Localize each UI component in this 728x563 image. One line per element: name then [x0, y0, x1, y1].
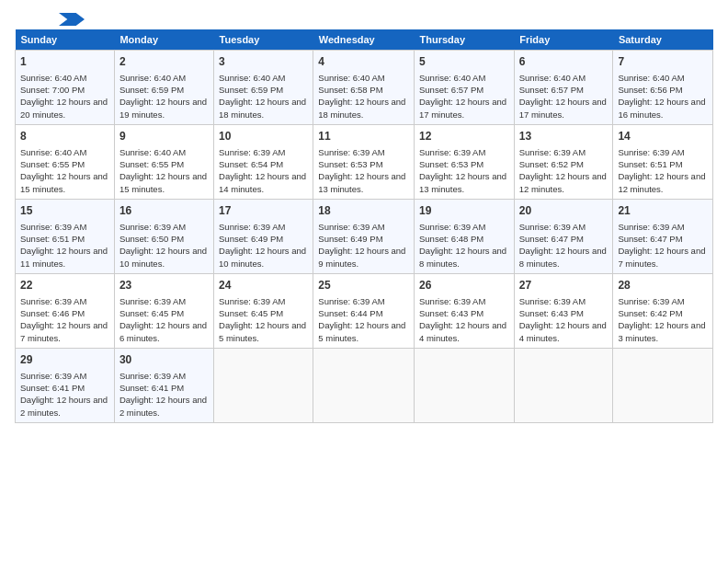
day-number: 17: [219, 203, 308, 219]
sunset-text: Sunset: 6:41 PM: [119, 383, 184, 393]
sunrise-text: Sunrise: 6:39 AM: [519, 147, 586, 157]
day-number: 20: [519, 203, 609, 219]
day-number: 5: [419, 54, 509, 70]
col-header-tuesday: Tuesday: [214, 29, 313, 51]
calendar-cell: 18Sunrise: 6:39 AMSunset: 6:49 PMDayligh…: [313, 199, 415, 273]
calendar-cell: 15Sunrise: 6:39 AMSunset: 6:51 PMDayligh…: [16, 199, 115, 273]
calendar-cell: 30Sunrise: 6:39 AMSunset: 6:41 PMDayligh…: [114, 348, 213, 422]
day-number: 9: [119, 129, 209, 144]
sunrise-text: Sunrise: 6:40 AM: [20, 147, 86, 157]
day-number: 1: [20, 54, 109, 70]
calendar-cell: 4Sunrise: 6:40 AMSunset: 6:58 PMDaylight…: [313, 51, 415, 125]
daylight-text: Daylight: 12 hours and 20 minutes.: [20, 97, 108, 119]
calendar-cell: 29Sunrise: 6:39 AMSunset: 6:41 PMDayligh…: [16, 348, 115, 422]
sunset-text: Sunset: 6:48 PM: [419, 234, 483, 244]
sunset-text: Sunset: 6:44 PM: [318, 308, 382, 318]
sunrise-text: Sunrise: 6:39 AM: [419, 147, 485, 157]
sunset-text: Sunset: 6:53 PM: [419, 159, 483, 169]
sunrise-text: Sunrise: 6:39 AM: [20, 222, 86, 232]
sunset-text: Sunset: 6:53 PM: [318, 159, 382, 169]
calendar-cell: 7Sunrise: 6:40 AMSunset: 6:56 PMDaylight…: [613, 51, 713, 125]
daylight-text: Daylight: 12 hours and 13 minutes.: [419, 171, 506, 193]
daylight-text: Daylight: 12 hours and 14 minutes.: [219, 171, 306, 193]
day-number: 19: [419, 203, 509, 219]
sunrise-text: Sunrise: 6:39 AM: [618, 296, 684, 306]
sunrise-text: Sunrise: 6:39 AM: [318, 296, 384, 306]
sunset-text: Sunset: 6:57 PM: [519, 85, 584, 95]
day-number: 18: [318, 203, 409, 219]
sunset-text: Sunset: 6:59 PM: [119, 85, 184, 95]
daylight-text: Daylight: 12 hours and 10 minutes.: [119, 246, 207, 268]
sunset-text: Sunset: 6:51 PM: [20, 234, 85, 244]
day-number: 26: [419, 278, 509, 293]
sunset-text: Sunset: 6:51 PM: [618, 159, 682, 169]
sunset-text: Sunset: 6:45 PM: [119, 308, 184, 318]
daylight-text: Daylight: 12 hours and 19 minutes.: [119, 97, 207, 119]
header: [15, 15, 713, 22]
calendar-cell: 21Sunrise: 6:39 AMSunset: 6:47 PMDayligh…: [613, 199, 713, 273]
calendar-cell: 6Sunrise: 6:40 AMSunset: 6:57 PMDaylight…: [514, 51, 613, 125]
day-number: 28: [618, 278, 708, 293]
calendar-cell: 13Sunrise: 6:39 AMSunset: 6:52 PMDayligh…: [514, 124, 613, 199]
sunset-text: Sunset: 6:45 PM: [219, 308, 283, 318]
sunset-text: Sunset: 6:47 PM: [618, 234, 682, 244]
day-number: 25: [318, 278, 409, 293]
sunrise-text: Sunrise: 6:39 AM: [419, 296, 485, 306]
sunrise-text: Sunrise: 6:39 AM: [519, 296, 586, 306]
sunset-text: Sunset: 6:49 PM: [318, 234, 382, 244]
day-number: 3: [219, 54, 308, 70]
col-header-saturday: Saturday: [613, 29, 713, 51]
daylight-text: Daylight: 12 hours and 7 minutes.: [618, 246, 705, 268]
calendar-cell: 1Sunrise: 6:40 AMSunset: 7:00 PMDaylight…: [16, 51, 115, 125]
calendar-cell: [214, 348, 313, 422]
sunrise-text: Sunrise: 6:39 AM: [618, 147, 684, 157]
sunset-text: Sunset: 6:57 PM: [419, 85, 483, 95]
calendar-cell: [313, 348, 415, 422]
day-number: 23: [119, 278, 209, 293]
calendar-cell: 3Sunrise: 6:40 AMSunset: 6:59 PMDaylight…: [214, 51, 313, 125]
day-number: 16: [119, 203, 209, 219]
calendar-cell: 24Sunrise: 6:39 AMSunset: 6:45 PMDayligh…: [214, 273, 313, 348]
daylight-text: Daylight: 12 hours and 15 minutes.: [20, 171, 108, 193]
sunrise-text: Sunrise: 6:39 AM: [119, 371, 186, 381]
day-number: 12: [419, 129, 509, 144]
sunset-text: Sunset: 6:55 PM: [119, 159, 184, 169]
sunset-text: Sunset: 6:52 PM: [519, 159, 584, 169]
logo: [15, 15, 85, 22]
calendar-cell: 17Sunrise: 6:39 AMSunset: 6:49 PMDayligh…: [214, 199, 313, 273]
calendar-cell: 20Sunrise: 6:39 AMSunset: 6:47 PMDayligh…: [514, 199, 613, 273]
col-header-friday: Friday: [514, 29, 613, 51]
sunrise-text: Sunrise: 6:40 AM: [618, 73, 684, 83]
daylight-text: Daylight: 12 hours and 10 minutes.: [219, 246, 306, 268]
daylight-text: Daylight: 12 hours and 5 minutes.: [318, 320, 405, 342]
daylight-text: Daylight: 12 hours and 18 minutes.: [219, 97, 306, 119]
sunrise-text: Sunrise: 6:40 AM: [318, 73, 384, 83]
calendar-cell: 11Sunrise: 6:39 AMSunset: 6:53 PMDayligh…: [313, 124, 415, 199]
sunset-text: Sunset: 6:54 PM: [219, 159, 283, 169]
calendar-cell: 8Sunrise: 6:40 AMSunset: 6:55 PMDaylight…: [16, 124, 115, 199]
page: SundayMondayTuesdayWednesdayThursdayFrid…: [0, 0, 728, 563]
daylight-text: Daylight: 12 hours and 8 minutes.: [519, 246, 607, 268]
calendar-cell: [415, 348, 515, 422]
sunrise-text: Sunrise: 6:39 AM: [219, 147, 285, 157]
daylight-text: Daylight: 12 hours and 4 minutes.: [419, 320, 506, 342]
sunset-text: Sunset: 6:43 PM: [519, 308, 584, 318]
col-header-thursday: Thursday: [415, 29, 515, 51]
daylight-text: Daylight: 12 hours and 6 minutes.: [119, 320, 207, 342]
calendar-cell: 19Sunrise: 6:39 AMSunset: 6:48 PMDayligh…: [415, 199, 515, 273]
calendar-cell: 10Sunrise: 6:39 AMSunset: 6:54 PMDayligh…: [214, 124, 313, 199]
sunset-text: Sunset: 6:49 PM: [219, 234, 283, 244]
daylight-text: Daylight: 12 hours and 16 minutes.: [618, 97, 705, 119]
day-number: 13: [519, 129, 609, 144]
daylight-text: Daylight: 12 hours and 12 minutes.: [618, 171, 705, 193]
sunrise-text: Sunrise: 6:39 AM: [219, 296, 285, 306]
sunrise-text: Sunrise: 6:39 AM: [419, 222, 485, 232]
day-number: 6: [519, 54, 609, 70]
sunrise-text: Sunrise: 6:39 AM: [618, 222, 684, 232]
sunset-text: Sunset: 6:47 PM: [519, 234, 584, 244]
week-row-2: 8Sunrise: 6:40 AMSunset: 6:55 PMDaylight…: [16, 124, 713, 199]
daylight-text: Daylight: 12 hours and 12 minutes.: [519, 171, 607, 193]
sunrise-text: Sunrise: 6:39 AM: [20, 296, 86, 306]
day-number: 4: [318, 54, 409, 70]
day-number: 29: [20, 352, 109, 368]
